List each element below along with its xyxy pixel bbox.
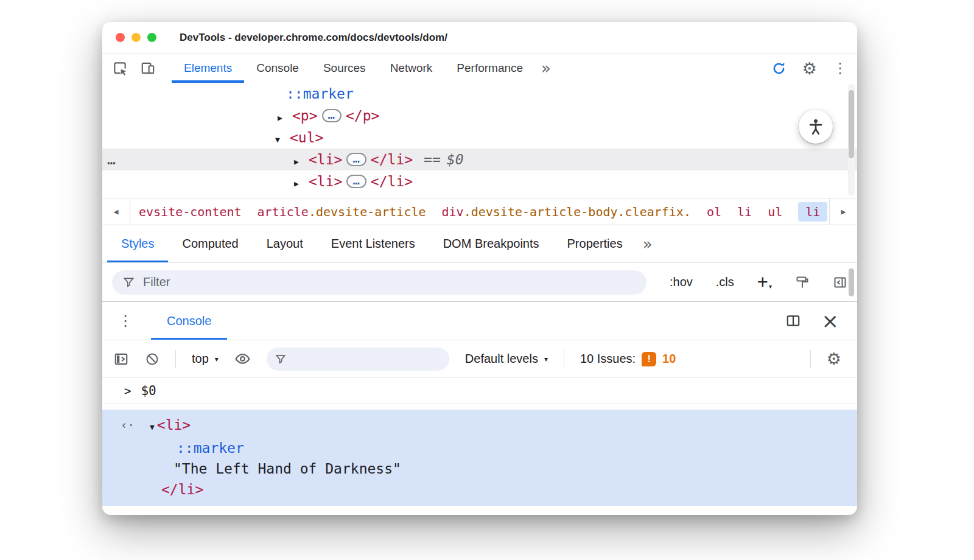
overflow-gutter-dots: … — [107, 149, 116, 170]
tab-computed[interactable]: Computed — [168, 225, 252, 262]
crumb-classes: .devsite-article — [309, 205, 426, 219]
chevron-right-icon: ▸ — [841, 206, 846, 217]
inline-expand-button[interactable]: … — [346, 153, 366, 166]
sync-icon[interactable] — [771, 61, 787, 76]
dom-node-li-selected[interactable]: … ▶<li>…</li>==$0 — [102, 149, 857, 170]
settings-gear-icon[interactable]: ⚙ — [802, 60, 817, 77]
live-expression-eye-icon[interactable] — [234, 351, 251, 367]
tab-network[interactable]: Network — [378, 54, 445, 83]
more-sidebar-tabs-chevron-icon[interactable]: » — [637, 225, 659, 262]
traffic-lights — [116, 33, 156, 42]
toggle-element-state-button[interactable]: :hov — [670, 275, 693, 289]
result-li-close-line: </li> — [102, 479, 857, 500]
panel-tabs: Elements Console Sources Network Perform… — [172, 54, 557, 83]
breadcrumb-item-li-selected[interactable]: li — [798, 202, 827, 222]
tab-console[interactable]: Console — [244, 54, 311, 83]
dom-node-p[interactable]: ▶<p>…</p> — [102, 105, 857, 127]
collapse-arrow-icon[interactable]: ▼ — [150, 417, 155, 438]
expand-arrow-icon[interactable]: ▶ — [294, 173, 309, 195]
accessibility-person-icon — [807, 117, 825, 136]
li-close-tag: </li> — [371, 173, 413, 189]
console-eval-result: ‹· ▼<li> ::marker "The Left Hand of Dark… — [102, 410, 857, 506]
li-open-tag: <li> — [309, 173, 342, 189]
accessibility-overlay-button[interactable] — [799, 110, 833, 144]
crumb-tag: div — [442, 205, 464, 219]
paint-roller-icon[interactable] — [795, 275, 810, 290]
li-open-tag: <li> — [157, 417, 191, 433]
expand-arrow-icon[interactable]: ▶ — [294, 151, 309, 173]
inline-expand-button[interactable]: … — [322, 109, 342, 122]
dom-node-ul[interactable]: ▼<ul> — [102, 127, 857, 149]
tab-styles[interactable]: Styles — [107, 225, 168, 262]
console-prompt-icon: > — [124, 384, 131, 397]
element-classes-button[interactable]: .cls — [716, 275, 734, 289]
breadcrumb-back-button[interactable]: ◂ — [102, 198, 130, 225]
result-text-node: "The Left Hand of Darkness" — [102, 458, 857, 479]
tab-console-drawer[interactable]: Console — [151, 302, 227, 340]
styles-filter-field[interactable] — [112, 270, 646, 295]
clear-console-icon[interactable] — [145, 352, 159, 366]
console-filter-field[interactable] — [267, 348, 449, 371]
scrollbar-thumb[interactable] — [849, 268, 854, 296]
console-input-line[interactable]: > $0 — [102, 378, 857, 404]
tab-sources[interactable]: Sources — [311, 54, 378, 83]
devtools-toolbar: Elements Console Sources Network Perform… — [102, 54, 857, 83]
split-panel-icon[interactable] — [785, 313, 801, 329]
sidebar-toggle-icon[interactable] — [833, 275, 847, 290]
drawer-menu-kebab-icon[interactable]: ⋮ — [118, 313, 133, 328]
eval-result-arrow-icon: ‹· — [121, 415, 135, 435]
tab-elements[interactable]: Elements — [172, 54, 244, 83]
breadcrumb-item-ul[interactable]: ul — [768, 205, 782, 219]
chevron-down-icon: ▾ — [215, 355, 219, 363]
scrollbar-thumb[interactable] — [849, 90, 854, 158]
chevron-down-icon: ▾ — [544, 355, 548, 363]
result-li-open-line: ▼<li> — [102, 415, 857, 438]
tab-layout[interactable]: Layout — [253, 225, 317, 262]
dom-node-li[interactable]: ▶<li>…</li> — [102, 170, 857, 192]
expand-arrow-icon[interactable]: ▶ — [278, 107, 292, 129]
console-input-value: $0 — [141, 383, 156, 398]
styles-filter-input[interactable] — [142, 275, 636, 290]
context-value: top — [192, 352, 209, 366]
breadcrumb-item-ol[interactable]: ol — [707, 205, 721, 219]
li-close-tag: </li> — [371, 152, 413, 167]
issues-count: 10 — [662, 352, 676, 366]
inline-expand-button[interactable]: … — [346, 175, 366, 188]
device-toolbar-icon[interactable] — [140, 60, 156, 76]
title-bar: DevTools - developer.chrome.com/docs/dev… — [102, 22, 857, 54]
breadcrumb-forward-button[interactable]: ▸ — [829, 198, 857, 225]
console-toolbar: top ▾ Default levels ▾ 10 Issues: ! 1 — [102, 340, 857, 378]
close-drawer-icon[interactable]: × — [822, 310, 839, 331]
p-open-tag: <p> — [292, 108, 318, 124]
log-levels-value: Default levels — [465, 352, 538, 366]
tab-event-listeners[interactable]: Event Listeners — [317, 225, 429, 262]
ul-open-tag: <ul> — [290, 130, 323, 145]
issues-counter[interactable]: 10 Issues: ! 10 — [580, 352, 676, 366]
close-window-button[interactable] — [116, 33, 125, 42]
tab-dom-breakpoints[interactable]: DOM Breakpoints — [429, 225, 553, 262]
console-filter-input[interactable] — [292, 352, 441, 366]
li-open-tag: <li> — [309, 152, 342, 167]
breadcrumb-bar: ◂ evsite-content article.devsite-article… — [102, 198, 857, 225]
log-levels-dropdown[interactable]: Default levels ▾ — [465, 352, 548, 366]
breadcrumb-item-li[interactable]: li — [737, 205, 752, 219]
dom-node-marker[interactable]: ::marker — [102, 83, 857, 105]
sidebar-tabs: Styles Computed Layout Event Listeners D… — [102, 225, 857, 263]
main-menu-kebab-icon[interactable]: ⋮ — [833, 61, 847, 75]
tab-properties[interactable]: Properties — [553, 225, 637, 262]
new-style-rule-button[interactable]: + ▾ — [757, 275, 772, 290]
tab-performance[interactable]: Performance — [444, 54, 535, 83]
more-panels-chevron-icon[interactable]: » — [535, 54, 557, 83]
breadcrumb-item-div[interactable]: div.devsite-article-body.clearfix. — [442, 205, 691, 219]
console-settings-gear-icon[interactable]: ⚙ — [827, 351, 841, 367]
breadcrumb-item-devsite-content[interactable]: evsite-content — [139, 205, 242, 219]
breadcrumb-item-article[interactable]: article.devsite-article — [258, 205, 426, 219]
console-sidebar-icon[interactable] — [113, 351, 129, 367]
collapse-arrow-icon[interactable]: ▼ — [275, 129, 290, 151]
minimize-window-button[interactable] — [131, 33, 141, 42]
dollar-zero-reference: $0 — [447, 152, 464, 167]
zoom-window-button[interactable] — [147, 33, 156, 42]
javascript-context-dropdown[interactable]: top ▾ — [192, 352, 219, 366]
inspect-element-icon[interactable] — [112, 60, 128, 76]
chevron-down-icon: ▾ — [769, 283, 772, 290]
